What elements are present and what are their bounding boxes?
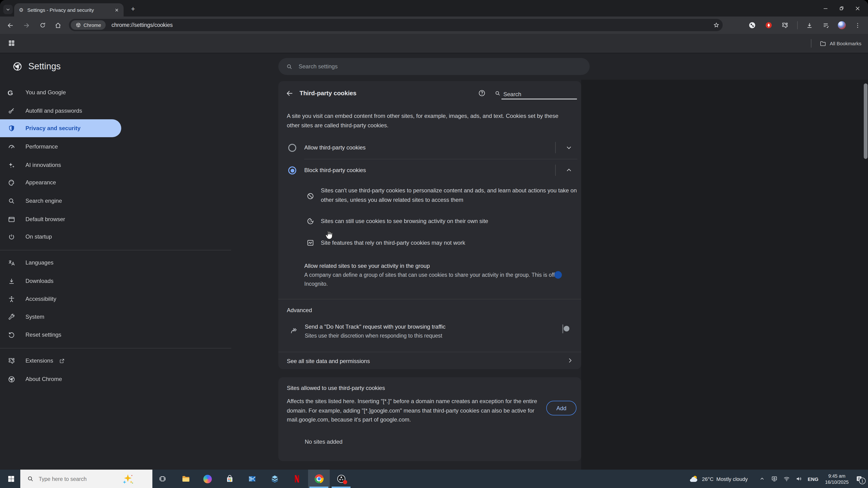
profile-avatar[interactable]	[836, 17, 847, 34]
mail-icon[interactable]	[241, 469, 263, 488]
home-icon[interactable]	[52, 17, 64, 34]
allow-radio[interactable]	[288, 144, 296, 152]
tray-clock[interactable]: 9:45 am 16/10/2025	[825, 473, 849, 485]
google-g-icon: G	[7, 88, 26, 96]
tray-temperature[interactable]: 26°C	[702, 476, 714, 482]
key-icon	[7, 107, 26, 115]
layers-app-icon[interactable]	[264, 469, 285, 488]
do-not-track-toggle[interactable]	[562, 324, 563, 333]
sidebar-item-label: Privacy and security	[26, 125, 81, 132]
sidebar-item-you-and-google[interactable]: G You and Google	[0, 84, 121, 101]
see-all-site-data-row[interactable]: See all site data and permissions	[278, 352, 581, 369]
see-all-label: See all site data and permissions	[287, 356, 370, 366]
microsoft-store-icon[interactable]	[219, 469, 241, 488]
sidebar-item-autofill[interactable]: Autofill and passwords	[0, 102, 121, 120]
menu-icon[interactable]	[852, 17, 863, 34]
downloads-icon[interactable]	[804, 17, 815, 34]
wifi-icon[interactable]	[783, 475, 790, 482]
sidebar-item-label: Reset settings	[26, 331, 61, 338]
tab-close-icon[interactable]	[112, 6, 121, 14]
adblock-extension-icon[interactable]	[763, 17, 774, 34]
sidebar-item-search-engine[interactable]: Search engine	[0, 192, 121, 210]
section-divider	[278, 299, 581, 299]
sidebar-item-privacy-and-security[interactable]: Privacy and security	[0, 119, 121, 137]
add-site-button[interactable]: Add	[546, 401, 577, 415]
site-chip[interactable]: Chrome	[71, 20, 106, 30]
tray-language[interactable]: ENG	[808, 476, 818, 482]
sidebar-item-default-browser[interactable]: Default browser	[0, 210, 121, 228]
block-radio[interactable]	[288, 166, 296, 174]
page-scrollbar[interactable]	[864, 84, 868, 159]
minimize-button[interactable]	[823, 5, 828, 11]
reload-icon[interactable]	[37, 17, 48, 34]
block-detail-text: Site features that rely on third-party c…	[321, 238, 583, 248]
extensions-puzzle-icon[interactable]	[779, 17, 790, 34]
toolbar-separator	[797, 21, 798, 29]
chevron-up-icon[interactable]	[565, 166, 573, 174]
sidebar-item-accessibility[interactable]: Accessibility	[0, 290, 121, 308]
back-arrow-icon[interactable]	[285, 89, 294, 98]
copilot-app-icon[interactable]	[197, 469, 218, 488]
all-bookmarks-button[interactable]: All Bookmarks	[811, 34, 861, 53]
sidebar-item-downloads[interactable]: Downloads	[0, 272, 121, 290]
sidebar-item-reset-settings[interactable]: Reset settings	[0, 326, 121, 344]
taskbar-search-input[interactable]	[38, 476, 120, 482]
sidebar-item-about-chrome[interactable]: About Chrome	[0, 370, 121, 388]
tray-condition[interactable]: Mostly cloudy	[716, 476, 748, 482]
sidebar-item-system[interactable]: System	[0, 308, 121, 326]
bookmarks-bar: All Bookmarks	[0, 34, 868, 53]
settings-search-input[interactable]	[298, 63, 564, 70]
palette-icon	[7, 178, 26, 187]
windows-taskbar: 26°C Mostly cloudy ENG 9:45 am 16/10/202…	[0, 469, 868, 488]
external-link-icon	[59, 358, 65, 364]
page-title: Third-party cookies	[300, 90, 356, 97]
file-explorer-icon[interactable]	[175, 469, 196, 488]
allow-cookies-option[interactable]: Allow third-party cookies	[278, 137, 581, 159]
chevron-down-icon	[6, 7, 10, 12]
tab-search-button[interactable]	[3, 5, 13, 14]
system-tray: 26°C Mostly cloudy ENG 9:45 am 16/10/202…	[689, 469, 868, 488]
bookmark-star-icon[interactable]	[710, 22, 723, 29]
url-text[interactable]: chrome://settings/cookies	[112, 22, 710, 28]
browser-tab[interactable]: ⚙ Settings - Privacy and security	[14, 3, 124, 17]
start-button[interactable]	[0, 469, 22, 488]
sidebar-item-ai-innovations[interactable]: AI innovations	[0, 156, 121, 174]
row-separator	[555, 142, 556, 153]
notification-center-icon[interactable]: 1	[855, 475, 863, 483]
back-icon[interactable]	[5, 17, 16, 34]
chrome-taskbar-icon[interactable]	[308, 469, 330, 488]
netflix-icon[interactable]	[286, 469, 308, 488]
restore-button[interactable]	[839, 5, 844, 11]
sidebar-item-performance[interactable]: Performance	[0, 138, 121, 156]
chevron-down-icon[interactable]	[565, 144, 573, 151]
apps-grid-icon[interactable]	[7, 39, 16, 47]
forward-icon[interactable]	[21, 17, 32, 34]
page-description: A site you visit can embed content from …	[287, 111, 570, 130]
chrome-icon	[75, 22, 81, 28]
extension-circle-icon[interactable]	[746, 17, 757, 34]
puzzle-icon	[7, 357, 26, 365]
address-bar[interactable]: Chrome chrome://settings/cookies	[69, 19, 723, 31]
close-button[interactable]	[855, 5, 861, 11]
weather-icon[interactable]	[689, 474, 699, 484]
taskbar-search-box[interactable]	[20, 469, 152, 488]
chrome-logo-icon	[7, 375, 26, 383]
tray-chevron-up-icon[interactable]	[759, 476, 765, 482]
reading-list-icon[interactable]	[820, 17, 832, 34]
obs-studio-icon[interactable]	[330, 469, 352, 488]
settings-search-box[interactable]	[278, 58, 590, 75]
sidebar-item-on-startup[interactable]: On startup	[0, 228, 121, 246]
new-tab-button[interactable]: +	[128, 4, 138, 13]
find-in-page-label[interactable]: Search	[503, 90, 521, 99]
sidebar-item-extensions[interactable]: Extensions	[0, 352, 121, 370]
sidebar-item-appearance[interactable]: Appearance	[0, 173, 121, 191]
help-icon[interactable]	[478, 89, 486, 97]
block-cookies-option[interactable]: Block third-party cookies	[278, 159, 581, 182]
speaker-icon[interactable]	[795, 475, 802, 482]
copilot-sparkle-icon[interactable]	[122, 473, 134, 485]
task-view-icon[interactable]	[151, 469, 173, 488]
virtual-cam-icon[interactable]	[771, 475, 778, 482]
notification-badge: 1	[859, 478, 866, 484]
browser-window: ⚙ Settings - Privacy and security + Chro…	[0, 0, 868, 488]
sidebar-item-languages[interactable]: Languages	[0, 254, 121, 271]
